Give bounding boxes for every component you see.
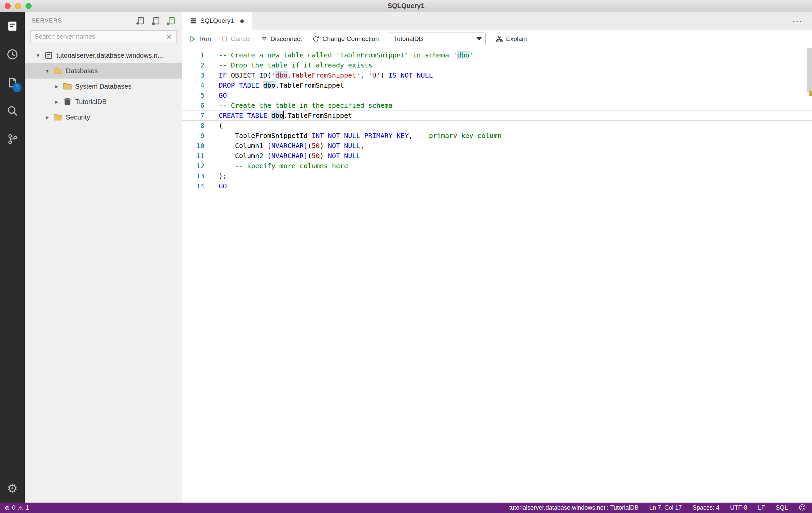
code-line-13[interactable]: 13); — [182, 171, 812, 181]
tree-item-tutorialserver-database-windows-n[interactable]: ▾tutorialserver.database.windows.n... — [25, 48, 182, 63]
line-number: 8 — [182, 120, 204, 131]
minimize-window-button[interactable] — [15, 3, 21, 9]
code-line-10[interactable]: 10 Column1 [NVARCHAR](50) NOT NULL, — [182, 141, 812, 151]
line-number: 13 — [182, 171, 204, 181]
line-number: 3 — [182, 70, 204, 80]
code-line-1[interactable]: 1-- Create a new table called 'TableFrom… — [182, 50, 812, 60]
code-line-text: -- Create a new table called 'TableFromS… — [219, 50, 473, 60]
chevron-down-icon[interactable]: ▾ — [42, 68, 52, 74]
line-number: 14 — [182, 181, 204, 191]
code-lines: 1-- Create a new table called 'TableFrom… — [182, 50, 812, 191]
error-count: 0 — [12, 504, 16, 511]
code-line-2[interactable]: 2-- Drop the table if it already exists — [182, 60, 812, 70]
window-controls — [5, 0, 32, 12]
server-search-input[interactable] — [34, 33, 166, 40]
eol-status[interactable]: LF — [758, 504, 765, 511]
server-search-box: × — [30, 30, 176, 43]
tab-label: SQLQuery1 — [200, 17, 234, 25]
code-editor[interactable]: 1-- Create a new table called 'TableFrom… — [182, 48, 812, 503]
tree-item-system-databases[interactable]: ▸System Databases — [25, 79, 182, 94]
folder-icon — [52, 113, 64, 121]
code-line-text: ( — [219, 120, 223, 131]
change-connection-button[interactable]: Change Connection — [312, 35, 379, 43]
code-line-8[interactable]: 8( — [182, 120, 812, 131]
explain-button[interactable]: Explain — [496, 35, 527, 43]
tree-item-label: Security — [66, 113, 90, 121]
clear-search-icon[interactable]: × — [166, 33, 172, 40]
code-line-text: ); — [219, 171, 227, 181]
tree-item-databases[interactable]: ▾Databases — [25, 63, 182, 79]
dirty-indicator[interactable]: ● — [240, 18, 244, 24]
servers-header: SERVERS — [25, 12, 182, 28]
database-dropdown[interactable]: TutorialDB — [389, 32, 486, 45]
tab-bar: SQLQuery1 ● ⋯ — [182, 12, 812, 30]
tab-sqlquery1[interactable]: SQLQuery1 ● — [182, 12, 252, 30]
zoom-window-button[interactable] — [26, 3, 32, 9]
new-server-group-icon[interactable] — [151, 16, 161, 26]
feedback-smiley-icon[interactable]: ☺ — [799, 504, 806, 511]
code-line-9[interactable]: 9 TableFromSnippetId INT NOT NULL PRIMAR… — [182, 131, 812, 141]
code-line-6[interactable]: 6-- Create the table in the specified sc… — [182, 100, 812, 110]
warning-count: 1 — [26, 504, 29, 511]
code-line-5[interactable]: 5GO — [182, 90, 812, 100]
activity-search[interactable] — [0, 97, 25, 125]
editor-scrollbar-thumb[interactable] — [807, 48, 812, 92]
run-play-icon — [189, 35, 196, 43]
line-number: 11 — [182, 151, 204, 161]
more-actions-icon[interactable]: ⋯ — [783, 12, 812, 30]
tree-item-label: System Databases — [75, 83, 132, 90]
tree-item-tutorialdb[interactable]: ▸TutorialDB — [25, 94, 182, 109]
tree-item-label: tutorialserver.database.windows.n... — [56, 52, 163, 59]
cancel-button[interactable]: Cancel — [221, 35, 251, 43]
code-line-text: Column1 [NVARCHAR](50) NOT NULL, — [219, 141, 365, 151]
line-number: 9 — [182, 131, 204, 141]
tree-item-label: Databases — [66, 67, 98, 75]
code-line-4[interactable]: 4DROP TABLE dbo.TableFromSnippet — [182, 80, 812, 90]
code-line-7[interactable]: 7CREATE TABLE dbo.TableFromSnippet — [182, 110, 812, 120]
code-line-14[interactable]: 14GO — [182, 181, 812, 191]
code-line-12[interactable]: 12 -- specify more columns here — [182, 161, 812, 171]
activity-servers[interactable] — [0, 12, 25, 40]
line-number: 1 — [182, 50, 204, 60]
server-icon — [6, 20, 19, 32]
chevron-down-icon[interactable]: ▾ — [33, 52, 42, 59]
plug-icon — [261, 35, 267, 43]
activity-source-control[interactable] — [0, 125, 25, 153]
chevron-down-icon — [473, 33, 485, 45]
line-number: 7 — [182, 110, 204, 120]
gear-icon: ⚙ — [7, 482, 18, 494]
problems-status[interactable]: ⊘ 0 ⚠ 1 — [5, 504, 29, 511]
activity-bar: 1 ⚙ — [0, 12, 25, 503]
activity-open-editors[interactable]: 1 — [0, 69, 25, 97]
tree-item-security[interactable]: ▸Security — [25, 109, 182, 125]
settings-gear-button[interactable]: ⚙ — [0, 475, 25, 503]
activity-task-history[interactable] — [0, 40, 25, 69]
indentation-status[interactable]: Spaces: 4 — [693, 504, 719, 511]
code-line-text: IF OBJECT_ID('dbo.TableFromSnippet', 'U'… — [219, 70, 433, 80]
titlebar: SQLQuery1 — [0, 0, 812, 12]
database-icon — [61, 98, 74, 106]
encoding-status[interactable]: UTF-8 — [730, 504, 747, 511]
chevron-right-icon[interactable]: ▸ — [42, 114, 52, 120]
chevron-right-icon[interactable]: ▸ — [52, 83, 61, 90]
search-icon — [6, 105, 19, 117]
run-button[interactable]: Run — [189, 35, 211, 43]
chevron-right-icon[interactable]: ▸ — [52, 98, 61, 105]
folder-icon — [61, 83, 74, 90]
query-plan-icon — [496, 35, 503, 43]
code-line-3[interactable]: 3IF OBJECT_ID('dbo.TableFromSnippet', 'U… — [182, 70, 812, 80]
active-connections-icon[interactable] — [167, 16, 176, 26]
disconnect-button[interactable]: Disconnect — [261, 35, 302, 43]
close-window-button[interactable] — [5, 3, 11, 9]
overview-warning-marker — [809, 91, 812, 96]
language-mode-status[interactable]: SQL — [776, 504, 788, 511]
new-connection-icon[interactable] — [136, 16, 146, 26]
connection-status[interactable]: tutorialserver.database.windows.net : Tu… — [509, 504, 639, 511]
clock-icon — [6, 48, 19, 60]
code-line-text: GO — [219, 181, 227, 191]
line-number: 2 — [182, 60, 204, 70]
tree-item-label: TutorialDB — [75, 98, 107, 106]
cursor-position-status[interactable]: Ln 7, Col 17 — [649, 504, 682, 511]
code-line-11[interactable]: 11 Column2 [NVARCHAR](50) NOT NULL — [182, 151, 812, 161]
editor-group: SQLQuery1 ● ⋯ Run Cancel — [182, 12, 812, 503]
